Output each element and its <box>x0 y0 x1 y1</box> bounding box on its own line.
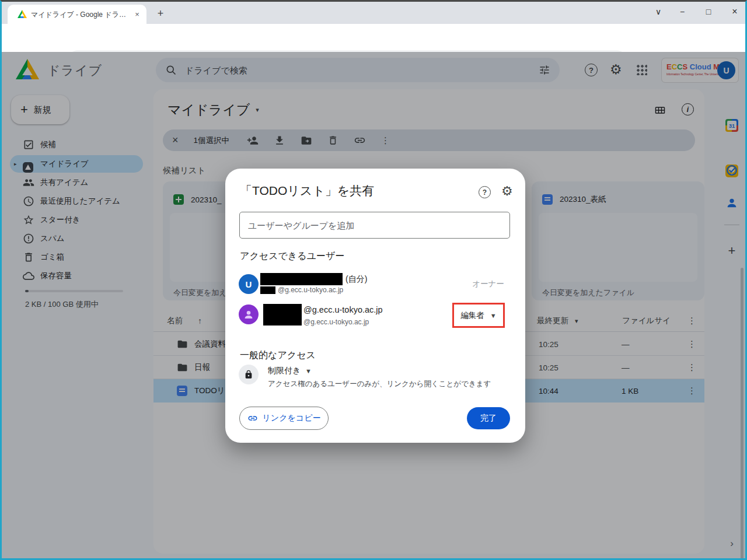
tab-bar: マイドライブ - Google ドライブ × + ∨ − □ × <box>2 2 745 24</box>
user-avatar <box>239 304 259 324</box>
owner-role-label: オーナー <box>472 279 504 289</box>
role-annotation-box: 編集者 ▼ <box>452 303 505 328</box>
general-access-dropdown[interactable]: 制限付き <box>268 366 301 376</box>
browser-tab[interactable]: マイドライブ - Google ドライブ × <box>8 5 146 24</box>
tab-search-chevron-icon[interactable]: ∨ <box>650 4 667 19</box>
dialog-settings-gear-icon[interactable]: ⚙ <box>501 184 513 199</box>
user-self-suffix: (自分) <box>345 274 367 285</box>
user-avatar: U <box>239 274 259 294</box>
done-button[interactable]: 完了 <box>467 407 510 429</box>
dialog-help-icon[interactable]: ? <box>479 186 491 198</box>
link-icon <box>247 413 258 424</box>
general-access-description: アクセス権のあるユーザーのみが、リンクから開くことができます <box>268 379 491 389</box>
window-minimize-button[interactable]: − <box>673 4 691 19</box>
dialog-title: 「TODOリスト」を共有 <box>240 183 374 199</box>
copy-link-button[interactable]: リンクをコピー <box>239 407 329 430</box>
address-bar: ← → ↻ drive.google.com/drive/my-drive ☆ … <box>2 24 745 52</box>
tab-title: マイドライブ - Google ドライブ <box>31 10 128 20</box>
user-email-suffix: @g.ecc.u-tokyo.ac.jp <box>303 318 369 326</box>
general-access-heading: 一般的なアクセス <box>240 349 316 362</box>
redacted-user-name <box>263 304 302 326</box>
add-people-input[interactable] <box>239 212 510 239</box>
copy-link-label: リンクをコピー <box>263 413 321 424</box>
user-email-suffix: @g.ecc.u-tokyo.ac.jp <box>278 286 343 294</box>
user-name-suffix: @g.ecc.u-tokyo.ac.jp <box>303 305 383 314</box>
window-maximize-button[interactable]: □ <box>700 4 717 19</box>
role-dropdown-caret-icon[interactable]: ▼ <box>490 312 497 319</box>
general-access-caret-icon[interactable]: ▼ <box>305 368 312 374</box>
redacted-user-email <box>260 286 275 294</box>
drive-favicon-icon <box>18 10 27 18</box>
tab-close-icon[interactable]: × <box>132 9 142 19</box>
browser-window: マイドライブ - Google ドライブ × + ∨ − □ × ← → ↻ d… <box>0 0 747 560</box>
redacted-user-name <box>260 273 343 285</box>
people-with-access-heading: アクセスできるユーザー <box>240 250 344 262</box>
role-dropdown[interactable]: 編集者 <box>460 310 484 321</box>
new-tab-button[interactable]: + <box>153 6 167 20</box>
restricted-lock-icon <box>239 365 259 384</box>
share-dialog: 「TODOリスト」を共有 ? ⚙ アクセスできるユーザー U (自分) @g.e… <box>225 169 525 443</box>
window-close-button[interactable]: × <box>726 4 743 19</box>
